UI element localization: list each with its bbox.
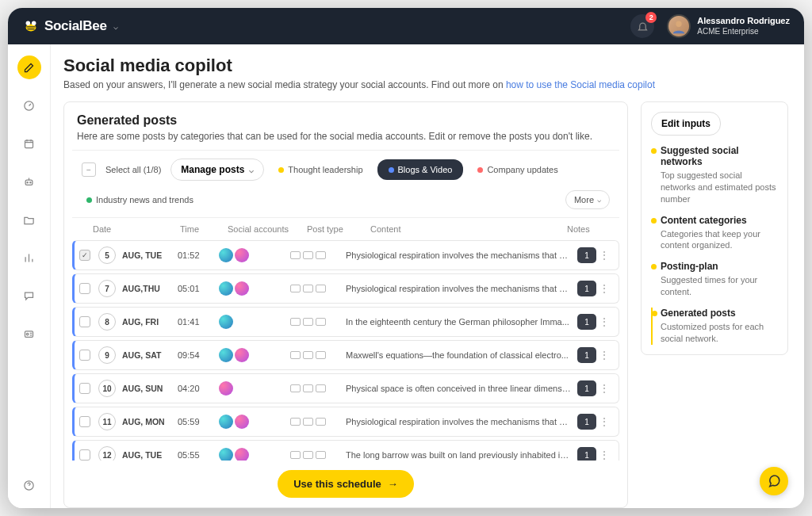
step-item-1[interactable]: Content categoriesCategories that keep y…: [651, 215, 778, 252]
account-icon: [235, 348, 249, 362]
row-menu-button[interactable]: ⋮: [596, 249, 612, 262]
row-content: Maxwell's equations—the foundation of cl…: [346, 350, 577, 360]
filter-label: Company updates: [487, 165, 557, 174]
table-row[interactable]: 9 AUG, SAT 09:54 Maxwell's equations—the…: [72, 340, 619, 370]
rows-container: ✓ 5 AUG, TUE 01:52 Physiological respira…: [64, 240, 627, 461]
row-notes-badge[interactable]: 1: [577, 447, 596, 461]
table-row[interactable]: 8 AUG, FRI 01:41 In the eighteenth centu…: [72, 307, 619, 337]
svg-point-10: [26, 333, 29, 335]
app-header: SocialBee ⌵ 2 Alessandro Rodriguez ACME …: [8, 8, 804, 44]
day-pill: 10: [98, 380, 116, 397]
row-menu-button[interactable]: ⋮: [596, 415, 612, 428]
row-notes-badge[interactable]: 1: [577, 380, 596, 396]
row-accounts: [219, 381, 290, 396]
panel-title: Generated posts: [77, 113, 615, 128]
dot-icon: [86, 197, 92, 203]
row-menu-button[interactable]: ⋮: [596, 282, 612, 295]
more-filters-button[interactable]: More: [565, 190, 610, 209]
arrow-right-icon: →: [388, 478, 398, 490]
step-title: Posting-plan: [661, 261, 778, 272]
generated-posts-panel: Generated posts Here are some posts by c…: [63, 101, 628, 508]
filter-chip-0[interactable]: Thought leadership: [274, 162, 367, 178]
notifications-button[interactable]: 2: [630, 14, 654, 38]
account-icon: [219, 415, 233, 429]
row-notes-badge[interactable]: 1: [577, 247, 596, 263]
row-menu-button[interactable]: ⋮: [596, 349, 612, 361]
sidebar-item-files[interactable]: [17, 208, 41, 231]
sidebar-item-inbox[interactable]: [17, 284, 41, 308]
step-title: Generated posts: [661, 308, 778, 319]
row-notes-badge[interactable]: 1: [577, 347, 596, 363]
account-icon: [219, 348, 233, 362]
select-all-label[interactable]: Select all (1/8): [105, 165, 161, 174]
filter-chip-1[interactable]: Blogs & Video: [377, 159, 464, 180]
svg-rect-5: [25, 140, 33, 147]
account-icon: [219, 448, 233, 461]
row-notes-badge[interactable]: 1: [577, 414, 596, 430]
step-desc: Suggested times for your content.: [661, 274, 778, 298]
account-icon: [235, 281, 249, 296]
edit-inputs-button[interactable]: Edit inputs: [651, 112, 721, 136]
table-header: Date Time Social accounts Post type Cont…: [64, 218, 627, 240]
cta-label: Use this schedule: [293, 478, 381, 490]
step-item-3[interactable]: Generated postsCustomized posts for each…: [651, 308, 778, 345]
row-checkbox[interactable]: ✓: [79, 250, 90, 261]
row-notes-badge[interactable]: 1: [577, 281, 596, 296]
table-row[interactable]: 11 AUG, MON 05:59 Physiological respirat…: [72, 407, 619, 437]
step-desc: Categories that keep your content organi…: [661, 228, 778, 252]
sidebar-item-profile[interactable]: [17, 322, 41, 346]
sidebar-item-dashboard[interactable]: [17, 94, 41, 117]
row-checkbox[interactable]: [79, 416, 90, 427]
step-item-2[interactable]: Posting-planSuggested times for your con…: [651, 261, 778, 298]
day-pill: 12: [98, 446, 116, 461]
table-row[interactable]: 12 AUG, TUE 05:55 The long barrow was bu…: [72, 440, 619, 461]
step-item-0[interactable]: Suggested social networksTop suggested s…: [651, 145, 778, 205]
sidebar-item-compose[interactable]: [17, 55, 41, 79]
sidebar-item-analytics[interactable]: [17, 246, 41, 269]
step-desc: Customized posts for each social network…: [661, 321, 778, 345]
chat-fab[interactable]: [760, 467, 788, 495]
row-accounts: [219, 315, 290, 329]
user-menu[interactable]: Alessandro Rodriguez ACME Enterprise: [667, 14, 790, 38]
day-pill: 8: [98, 313, 116, 331]
sidebar-item-help[interactable]: [17, 473, 41, 497]
dot-icon: [389, 167, 394, 173]
filter-label: Thought leadership: [288, 165, 362, 174]
account-icon: [219, 248, 233, 262]
svg-point-8: [30, 182, 31, 182]
dot-icon: [477, 167, 483, 173]
row-menu-button[interactable]: ⋮: [596, 382, 612, 395]
row-content: Physiological respiration involves the m…: [346, 250, 577, 260]
row-checkbox[interactable]: [79, 316, 90, 327]
row-content: The long barrow was built on land previo…: [346, 450, 577, 460]
row-posttype: [290, 318, 346, 326]
sidebar-item-calendar[interactable]: [17, 132, 41, 155]
row-notes-badge[interactable]: 1: [577, 314, 596, 330]
use-schedule-button[interactable]: Use this schedule →: [278, 470, 414, 498]
filter-chip-3[interactable]: Industry news and trends: [82, 192, 198, 208]
brand-logo[interactable]: SocialBee ⌵: [22, 17, 118, 35]
row-checkbox[interactable]: [79, 350, 90, 361]
row-menu-button[interactable]: ⋮: [596, 315, 612, 328]
help-link[interactable]: how to use the Social media copilot: [506, 79, 655, 90]
sidebar-item-bot[interactable]: [17, 170, 41, 193]
row-posttype: [290, 251, 346, 259]
filter-label: Industry news and trends: [96, 195, 193, 204]
bell-icon: [637, 21, 649, 32]
sidebar: [8, 44, 51, 508]
collapse-button[interactable]: −: [82, 162, 96, 177]
row-checkbox[interactable]: [79, 383, 90, 394]
table-row[interactable]: ✓ 5 AUG, TUE 01:52 Physiological respira…: [72, 240, 619, 270]
filter-chip-2[interactable]: Company updates: [473, 162, 562, 178]
account-icon: [235, 415, 249, 429]
row-menu-button[interactable]: ⋮: [596, 449, 612, 461]
table-row[interactable]: 10 AUG, SUN 04:20 Physical space is ofte…: [72, 373, 619, 403]
folder-icon: [23, 214, 35, 226]
row-checkbox[interactable]: [79, 283, 90, 294]
row-accounts: [219, 448, 290, 461]
chart-icon: [23, 252, 35, 264]
page-title: Social media copilot: [63, 55, 788, 76]
row-checkbox[interactable]: [79, 449, 90, 461]
manage-posts-button[interactable]: Manage posts: [170, 159, 264, 181]
table-row[interactable]: 7 AUG,THU 05:01 Physiological respiratio…: [72, 273, 619, 304]
